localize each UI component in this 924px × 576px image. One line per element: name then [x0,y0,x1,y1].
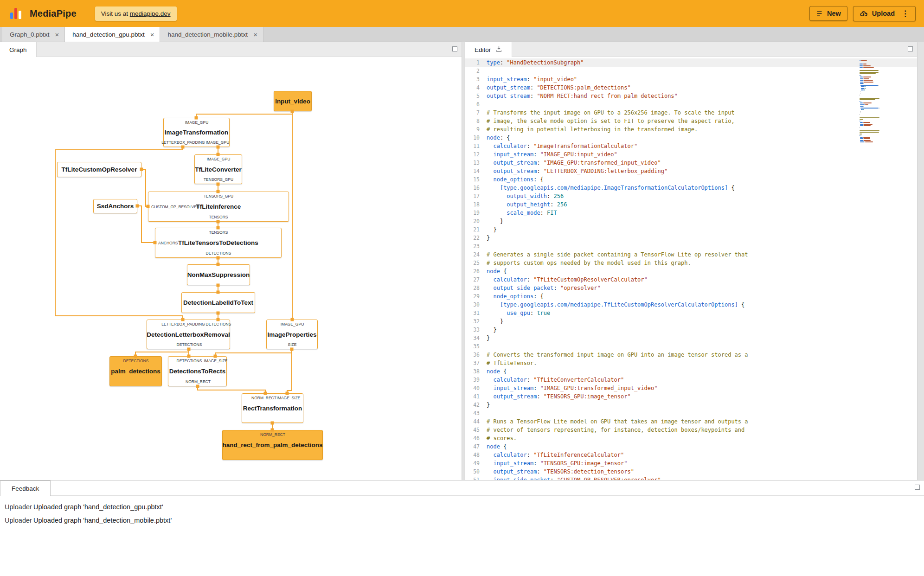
line-number: 41 [465,392,487,401]
port-label-tensors_gpu: TENSORS_GPU [204,194,233,198]
node-label: DetectionsToRects [167,368,227,375]
code-text: calculator: "TfLiteConverterCalculator" [487,376,624,384]
node-hand_rect_from_palm_detections[interactable]: hand_rect_from_palm_detectionsNORM_RECT [222,430,323,460]
minimap-line [860,67,874,68]
line-number: 1 [465,58,487,67]
code-text: } [487,317,503,326]
code-line: 26node { [465,267,917,275]
line-number: 20 [465,217,487,225]
logo-bar-red [14,8,17,19]
new-file-icon [816,10,823,17]
line-number: 45 [465,426,487,434]
logo-bar-white [19,11,21,19]
node-TfLiteCustomOpResolver[interactable]: TfLiteCustomOpResolver [57,162,141,177]
line-number: 17 [465,192,487,200]
minimap-line [860,60,867,61]
graph-popout-icon[interactable] [452,46,457,51]
upload-more-options-icon[interactable]: ⋮ [901,10,909,18]
node-label: DetectionLabelIdToText [181,299,255,306]
minimap-line [860,78,869,79]
graph-edge [135,352,189,356]
code-text: [type.googleapis.com/mediapipe.TfLiteCus… [487,301,744,309]
node-DetectionsToRects[interactable]: DetectionsToRectsDETECTIONSIMAGE_SIZENOR… [168,356,227,386]
code-text: } [487,234,490,242]
new-button[interactable]: New [809,6,847,21]
feedback-popout-icon[interactable] [915,485,920,490]
code-text: input_stream: "input_video" [487,75,577,83]
node-TfLiteConverter[interactable]: TfLiteConverterIMAGE_GPUTENSORS_GPU [194,154,242,184]
minimap-line [860,124,873,125]
code-text: calculator: "TfLiteInferenceCalculator" [487,451,624,459]
code-line: 7# Transforms the input image on GPU to … [465,109,917,117]
node-NonMaxSuppression[interactable]: NonMaxSuppression [187,264,250,285]
minimap-line [860,90,865,90]
upload-button-label: Upload [872,10,895,17]
code-line: 45# vector of tensors representing, for … [465,426,917,434]
graph-tab[interactable]: Graph [0,42,37,57]
file-tab-3[interactable]: hand_detection_mobile.pbtxt× [160,27,263,42]
feedback-log: UploaderUploaded graph 'hand_detection_g… [0,496,924,527]
code-line: 4output_stream: "DETECTIONS:palm_detecti… [465,83,917,92]
node-RectTransformation[interactable]: RectTransformationNORM_RECTIMAGE_SIZE [242,393,303,423]
node-ImageTransformation[interactable]: ImageTransformationIMAGE_GPULETTERBOX_PA… [163,118,230,147]
port-label-tensors: TENSORS [209,230,228,235]
graph-edge [196,114,292,118]
code-line: 24# Generates a single side packet conta… [465,250,917,259]
minimap-line [860,109,864,110]
node-SsdAnchors[interactable]: SsdAnchors [93,199,137,213]
node-DetectionLabelIdToText[interactable]: DetectionLabelIdToText [181,292,255,313]
line-number: 2 [465,67,487,75]
code-lines: 1type: "HandDetectionSubgraph"23input_st… [465,57,917,480]
port-label-norm_rect: NORM_RECT [251,396,276,400]
file-tab-1[interactable]: Graph_0.pbtxt× [2,27,65,42]
line-number: 31 [465,309,487,317]
minimap-line [860,73,876,74]
node-DetectionLetterboxRemoval[interactable]: DetectionLetterboxRemovalLETTERBOX_PADDI… [147,320,230,349]
node-ImageProperties[interactable]: ImagePropertiesIMAGE_GPUSIZE [266,320,318,349]
feedback-panel: Feedback UploaderUploaded graph 'hand_de… [0,480,924,576]
code-text: node { [487,442,507,451]
tab-close-icon[interactable]: × [55,31,59,38]
node-label: hand_rect_from_palm_detections [220,442,324,448]
line-number: 47 [465,442,487,451]
line-number: 3 [465,75,487,83]
node-TfLiteTensorsToDetections[interactable]: TfLiteTensorsToDetectionsTENSORSANCHORSD… [155,228,282,258]
feedback-tab[interactable]: Feedback [0,480,51,496]
tab-close-icon[interactable]: × [150,31,154,38]
minimap-line [860,125,871,126]
mediapipe-dev-link[interactable]: mediapipe.dev [130,10,171,17]
node-palm_detections[interactable]: palm_detectionsDETECTIONS [109,356,162,386]
code-text: node: { [487,134,510,142]
node-label: NonMaxSuppression [186,271,251,278]
minimap-line [860,88,866,89]
port-label-anchors: ANCHORS [158,241,178,245]
editor-tab[interactable]: Editor [465,42,512,57]
minimap[interactable] [860,60,911,348]
logo-bar-blue [10,13,13,19]
upload-cloud-icon [860,10,868,17]
line-number: 33 [465,326,487,334]
tab-close-icon[interactable]: × [253,31,257,38]
line-number: 50 [465,467,487,476]
code-text: } [487,225,497,234]
minimap-line [860,119,863,120]
port-label-letterbox_padding: LETTERBOX_PADDING [161,140,205,145]
port-label-tensors_gpu: TENSORS_GPU [204,177,233,182]
editor-popout-icon[interactable] [908,46,913,51]
code-line: 18 output_height: 256 [465,200,917,209]
graph-canvas[interactable]: input_videoImageTransformationIMAGE_GPUL… [0,57,462,480]
upload-button[interactable]: Upload ⋮ [853,6,916,21]
file-tab-2[interactable]: hand_detection_gpu.pbtxt× [65,27,160,42]
port-label-detections: DETECTIONS [177,358,202,363]
code-line: 37# TfLiteTensor. [465,359,917,367]
code-editor[interactable]: 1type: "HandDetectionSubgraph"23input_st… [465,57,917,480]
node-TfLiteInference[interactable]: TfLiteInferenceTENSORS_GPUCUSTOM_OP_RESO… [148,192,289,222]
download-icon[interactable] [495,45,502,54]
code-line: 22} [465,234,917,242]
code-text: # Transforms the input image on GPU to a… [487,109,735,117]
port-label-norm_rect: NORM_RECT [260,432,285,437]
node-label: ImageProperties [266,331,319,338]
line-number: 15 [465,175,487,184]
port-label-tensors: TENSORS [209,215,228,219]
node-input_video[interactable]: input_video [274,91,312,111]
